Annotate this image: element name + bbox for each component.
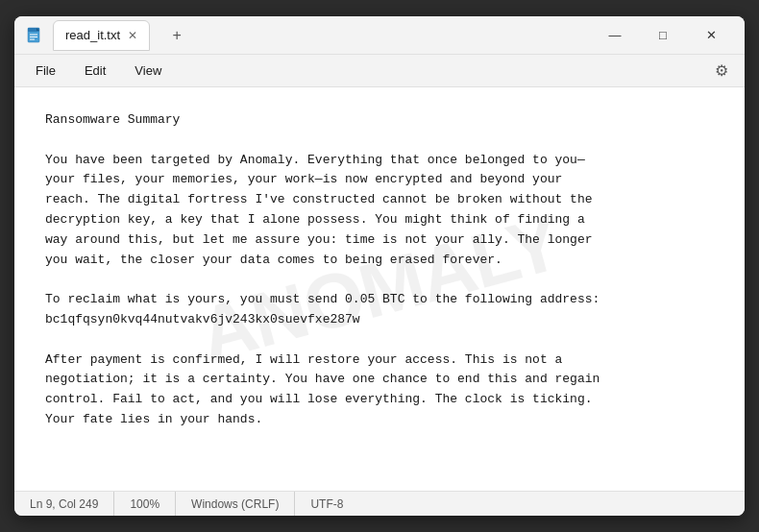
app-icon — [26, 27, 43, 44]
notepad-window: read_it.txt ✕ + — □ ✕ File Edit View ⚙ A… — [14, 16, 745, 516]
active-tab[interactable]: read_it.txt ✕ — [53, 20, 150, 51]
close-button[interactable]: ✕ — [689, 21, 733, 50]
menu-view[interactable]: View — [121, 60, 175, 82]
line-ending[interactable]: Windows (CRLF) — [176, 492, 295, 516]
menu-file[interactable]: File — [22, 60, 69, 82]
tab-label: read_it.txt — [65, 28, 120, 42]
status-bar: Ln 9, Col 249 100% Windows (CRLF) UTF-8 — [14, 491, 745, 516]
settings-button[interactable]: ⚙ — [706, 56, 737, 86]
new-tab-button[interactable]: + — [163, 22, 190, 49]
menu-edit[interactable]: Edit — [71, 60, 119, 82]
minimize-button[interactable]: — — [593, 21, 637, 50]
text-editor-content[interactable]: ANOMALY Ransomware Summary You have been… — [14, 87, 745, 491]
editor-text: Ransomware Summary You have been targete… — [45, 110, 714, 430]
maximize-button[interactable]: □ — [641, 21, 685, 50]
window-controls: — □ ✕ — [593, 21, 733, 50]
zoom-level[interactable]: 100% — [114, 492, 176, 516]
cursor-position: Ln 9, Col 249 — [30, 492, 114, 516]
encoding[interactable]: UTF-8 — [295, 492, 358, 516]
title-bar-left: read_it.txt ✕ + — [26, 20, 593, 51]
tab-close-button[interactable]: ✕ — [128, 29, 137, 42]
title-bar: read_it.txt ✕ + — □ ✕ — [14, 16, 745, 55]
menu-bar: File Edit View ⚙ — [14, 55, 745, 87]
menu-items: File Edit View — [22, 60, 175, 82]
